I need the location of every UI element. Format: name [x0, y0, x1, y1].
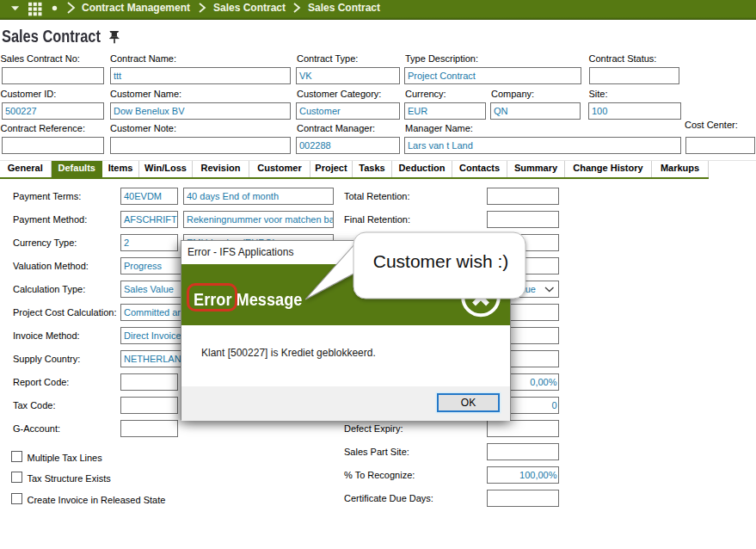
svg-text:Customer wish :): Customer wish :) [373, 251, 509, 271]
